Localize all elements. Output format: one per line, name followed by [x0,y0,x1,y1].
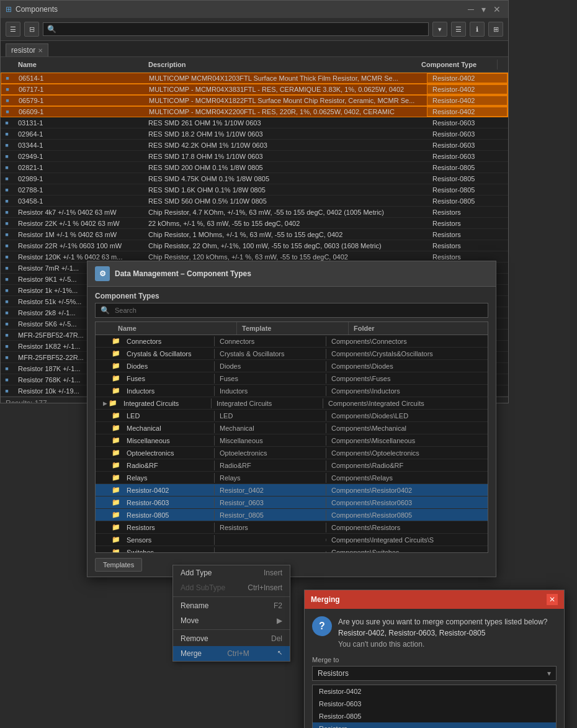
row-icon: ■ [1,388,13,394]
cell-desc: RES SMD 18.2 OHM 1% 1/10W 0603 [143,130,427,138]
dm-list-item[interactable]: 📁 Resistor-0402 Resistor_0402 Components… [96,484,488,497]
dm-list-item[interactable]: 📁 Crystals & Oscillators Crystals & Osci… [96,348,488,360]
col-header-desc: Description [143,60,416,70]
merge-option[interactable]: Resistor-0402 [313,685,556,698]
menu-item-shortcut: Ctrl+Insert [248,583,282,592]
dm-list-item[interactable]: 📁 LED LED Components\Diodes\LED [96,410,488,422]
dm-cell-template: LED [215,411,326,421]
menu-item-shortcut: ▶ [277,616,282,625]
close-btn[interactable]: ✕ [491,4,503,14]
table-row[interactable]: ■ 06579-1 MULTICOMP - MCMR04X1822FTL Sur… [1,95,508,106]
context-menu-item-rename[interactable]: Rename F2 [173,598,290,613]
table-row[interactable]: ■ 03344-1 RES SMD 42.2K OHM 1% 1/10W 060… [1,140,508,151]
table-row[interactable]: ■ 03458-1 RES SMD 560 OHM 0.5% 1/10W 080… [1,195,508,207]
table-row[interactable]: ■ Resistor 22R +/-1% 0603 100 mW Chip Re… [1,240,508,251]
info-btn[interactable]: ℹ [470,22,485,37]
cell-name: 06579-1 [14,96,144,105]
dm-cell-name: Switches [122,547,215,553]
menu-btn[interactable]: ☰ [451,22,466,37]
table-row[interactable]: ■ Resistor 1M +/-1 % 0402 63 mW Chip Res… [1,229,508,240]
dm-title-bar: ⚙ Data Management – Component Types [87,261,496,287]
maximize-btn[interactable]: ▾ [479,4,488,14]
dm-cell-template: Resistor_0805 [215,510,326,520]
table-row[interactable]: ■ 06717-1 MULTICOMP - MCMR04X3831FTL - R… [1,84,508,95]
context-menu-item-add-type[interactable]: Add Type Insert [173,565,290,580]
templates-button[interactable]: Templates [95,558,142,572]
search-input[interactable] [43,22,429,36]
tab-bar: resistor ✕ [1,41,508,57]
tab-close-btn[interactable]: ✕ [38,47,43,54]
dm-search-bar[interactable]: 🔍 [95,303,488,318]
cell-type: Resistor-0603 [427,119,508,127]
dm-cell-folder: Components\Inductors [326,386,488,396]
dm-list-item[interactable]: 📁 Optoelectronics Optoelectronics Compon… [96,447,488,459]
cell-desc: Chip Resistor, 22 Ohm, +/-1%, 100 mW, -5… [143,241,427,250]
dm-col-header-folder: Folder [349,322,478,335]
table-row[interactable]: ■ 06514-1 MULTICOMP MCMR04X1203FTL Surfa… [1,73,508,84]
table-row[interactable]: ■ 02989-1 RES SMD 4.75K OHM 0.1% 1/8W 08… [1,173,508,184]
dm-list-item[interactable]: 📁 Miscellaneous Miscellaneous Components… [96,434,488,447]
dm-cell-template: Mechanical [215,423,326,433]
context-menu-item-move[interactable]: Move ▶ [173,613,290,628]
dm-cell-folder: Components\Integrated Circuits\S [326,535,488,545]
dm-cell-template: Integrated Circuits [212,398,323,408]
dm-cell-name: Crystals & Oscillators [122,349,215,359]
dm-list-item[interactable]: 📁 Sensors Components\Integrated Circuits… [96,534,488,546]
context-menu-item-merge[interactable]: Merge Ctrl+M ↖ [173,646,290,661]
dm-list-item[interactable]: 📁 Diodes Diodes Components\Diodes [96,360,488,372]
search-tab[interactable]: resistor ✕ [6,43,48,56]
dm-cell-folder: Components\Fuses [326,374,488,384]
toolbar: ☰ ⊟ ▾ ☰ ℹ ⊞ [1,18,508,41]
merge-close-btn[interactable]: ✕ [547,594,558,605]
merge-option[interactable]: Resistors [313,722,556,728]
dm-list-item[interactable]: 📁 Resistor-0603 Resistor_0603 Components… [96,497,488,509]
table-row[interactable]: ■ 06609-1 MULTICOMP - MCMR04X2200FTL - R… [1,106,508,117]
dm-list-item[interactable]: 📁 Switches Components\Switches [96,546,488,552]
window-icon: ⊞ [6,5,12,14]
table-row[interactable]: ■ 02949-1 RES SMD 17.8 OHM 1% 1/10W 0603… [1,151,508,162]
context-menu: Add Type Insert Add SubType Ctrl+Insert … [172,565,290,662]
dm-list-item[interactable]: 📁 Radio&RF Radio&RF Components\Radio&RF [96,459,488,472]
dm-icon: ⚙ [95,266,110,281]
context-menu-item-remove[interactable]: Remove Del [173,631,290,646]
grid-btn[interactable]: ⊞ [488,22,503,37]
table-row[interactable]: ■ 02788-1 RES SMD 1.6K OHM 0.1% 1/8W 080… [1,184,508,195]
list-view-btn[interactable]: ☰ [6,22,20,37]
table-row[interactable]: ■ Resistor 4k7 +/-1% 0402 63 mW Chip Res… [1,207,508,218]
search-field[interactable] [115,307,483,314]
dm-cell-template: Resistor_0402 [215,485,326,495]
cell-name: Resistor 120K +/-1 % 0402 63 m... [13,253,143,261]
cell-type: Resistors [427,241,508,250]
dm-list-item[interactable]: 📁 Inductors Inductors Components\Inducto… [96,385,488,397]
table-row[interactable]: ■ 02964-1 RES SMD 18.2 OHM 1% 1/10W 0603… [1,128,508,140]
minimize-btn[interactable]: ─ [465,4,476,14]
dm-cell-template: Diodes [215,361,326,371]
table-row[interactable]: ■ 03131-1 RES SMD 261 OHM 1% 1/10W 0603 … [1,117,508,128]
dm-list-item[interactable]: 📁 Resistors Resistors Components\Resisto… [96,521,488,534]
table-row[interactable]: ■ Resistor 22K +/-1 % 0402 63 mW 22 kOhm… [1,218,508,229]
dm-list-item[interactable]: 📁 Resistor-0805 Resistor_0805 Components… [96,509,488,521]
results-count: Results: 177 [6,399,47,403]
cell-type: Resistors [427,253,508,261]
table-row[interactable]: ■ 02821-1 RES SMD 200 OHM 0.1% 1/8W 0805… [1,162,508,173]
cell-name: 06717-1 [14,85,144,94]
merge-to-label: Merge to [312,656,557,663]
cell-name: 02949-1 [13,152,143,161]
dm-list-item[interactable]: 📁 Mechanical Mechanical Components\Mecha… [96,422,488,434]
merge-option[interactable]: Resistor-0603 [313,698,556,710]
dm-list-item[interactable]: 📁 Connectors Connectors Components\Conne… [96,335,488,348]
dm-list-item[interactable]: 📁 Fuses Fuses Components\Fuses [96,372,488,385]
dm-cell-template: Relays [215,473,326,483]
cell-desc: RES SMD 261 OHM 1% 1/10W 0603 [143,119,427,127]
cell-name: Resistor 1M +/-1 % 0402 63 mW [13,230,143,239]
folder-icon: 📁 [110,498,122,506]
filter-btn[interactable]: ⊟ [24,22,39,37]
dm-list-item[interactable]: ▶ 📁 Integrated Circuits Integrated Circu… [96,397,488,410]
folder-icon: 📁 [110,337,122,345]
merge-warning-text: You can't undo this action. [338,639,548,650]
dropdown-btn[interactable]: ▾ [432,22,447,37]
dm-list-item[interactable]: 📁 Relays Relays Components\Relays [96,472,488,484]
merge-dropdown[interactable]: Resistors ▾ [312,666,557,681]
merge-option[interactable]: Resistor-0805 [313,710,556,722]
folder-icon: 📁 [110,511,122,519]
